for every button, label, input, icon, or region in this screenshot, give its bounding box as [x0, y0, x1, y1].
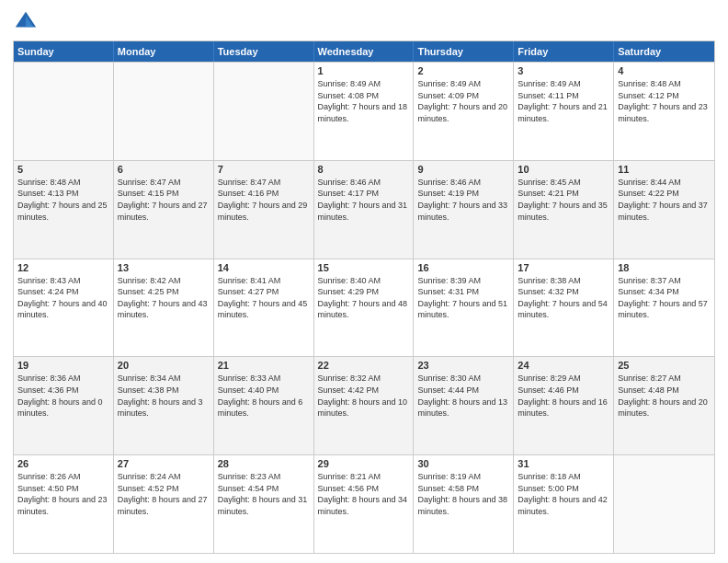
cal-day-6: 6Sunrise: 8:47 AM Sunset: 4:15 PM Daylig… — [114, 161, 214, 259]
cal-header-sunday: Sunday — [14, 41, 114, 62]
day-info: Sunrise: 8:36 AM Sunset: 4:36 PM Dayligh… — [17, 373, 109, 419]
cal-day-10: 10Sunrise: 8:45 AM Sunset: 4:21 PM Dayli… — [514, 161, 614, 259]
day-number: 28 — [218, 458, 310, 469]
cal-week-5: 26Sunrise: 8:26 AM Sunset: 4:50 PM Dayli… — [14, 454, 714, 553]
logo — [13, 9, 42, 35]
day-number: 19 — [17, 360, 109, 371]
cal-day-28: 28Sunrise: 8:23 AM Sunset: 4:54 PM Dayli… — [214, 455, 314, 553]
day-info: Sunrise: 8:41 AM Sunset: 4:27 PM Dayligh… — [218, 275, 310, 321]
day-number: 4 — [618, 65, 711, 76]
day-info: Sunrise: 8:32 AM Sunset: 4:42 PM Dayligh… — [318, 373, 410, 419]
day-info: Sunrise: 8:18 AM Sunset: 5:00 PM Dayligh… — [518, 471, 609, 517]
day-info: Sunrise: 8:30 AM Sunset: 4:44 PM Dayligh… — [417, 373, 509, 419]
calendar: SundayMondayTuesdayWednesdayThursdayFrid… — [13, 40, 715, 554]
day-number: 2 — [417, 65, 509, 76]
day-number: 23 — [417, 360, 509, 371]
day-number: 30 — [417, 458, 509, 469]
cal-day-7: 7Sunrise: 8:47 AM Sunset: 4:16 PM Daylig… — [214, 161, 314, 259]
day-info: Sunrise: 8:19 AM Sunset: 4:58 PM Dayligh… — [417, 471, 509, 517]
day-number: 20 — [118, 360, 210, 371]
day-number: 31 — [518, 458, 609, 469]
cal-day-27: 27Sunrise: 8:24 AM Sunset: 4:52 PM Dayli… — [114, 455, 214, 553]
day-info: Sunrise: 8:39 AM Sunset: 4:31 PM Dayligh… — [417, 275, 509, 321]
cal-day-12: 12Sunrise: 8:43 AM Sunset: 4:24 PM Dayli… — [14, 259, 114, 357]
day-number: 21 — [218, 360, 310, 371]
cal-day-20: 20Sunrise: 8:34 AM Sunset: 4:38 PM Dayli… — [114, 357, 214, 454]
day-number: 12 — [17, 262, 109, 273]
cal-day-8: 8Sunrise: 8:46 AM Sunset: 4:17 PM Daylig… — [314, 161, 415, 259]
cal-day-17: 17Sunrise: 8:38 AM Sunset: 4:32 PM Dayli… — [514, 259, 614, 357]
cal-day-empty — [114, 63, 214, 160]
day-number: 11 — [618, 164, 711, 175]
day-info: Sunrise: 8:33 AM Sunset: 4:40 PM Dayligh… — [218, 373, 310, 419]
day-number: 1 — [318, 65, 410, 76]
cal-day-empty — [14, 63, 114, 160]
day-info: Sunrise: 8:47 AM Sunset: 4:15 PM Dayligh… — [118, 177, 210, 223]
cal-day-1: 1Sunrise: 8:49 AM Sunset: 4:08 PM Daylig… — [314, 63, 415, 160]
cal-week-1: 1Sunrise: 8:49 AM Sunset: 4:08 PM Daylig… — [14, 62, 714, 160]
logo-icon — [13, 9, 39, 35]
day-info: Sunrise: 8:45 AM Sunset: 4:21 PM Dayligh… — [518, 177, 609, 223]
day-number: 29 — [318, 458, 410, 469]
cal-day-21: 21Sunrise: 8:33 AM Sunset: 4:40 PM Dayli… — [214, 357, 314, 454]
day-number: 24 — [518, 360, 609, 371]
cal-header-tuesday: Tuesday — [214, 41, 314, 62]
day-number: 15 — [318, 262, 410, 273]
day-info: Sunrise: 8:42 AM Sunset: 4:25 PM Dayligh… — [118, 275, 210, 321]
day-info: Sunrise: 8:27 AM Sunset: 4:48 PM Dayligh… — [618, 373, 711, 419]
day-number: 27 — [118, 458, 210, 469]
day-number: 13 — [118, 262, 210, 273]
cal-day-19: 19Sunrise: 8:36 AM Sunset: 4:36 PM Dayli… — [14, 357, 114, 454]
day-info: Sunrise: 8:24 AM Sunset: 4:52 PM Dayligh… — [118, 471, 210, 517]
day-info: Sunrise: 8:38 AM Sunset: 4:32 PM Dayligh… — [518, 275, 609, 321]
cal-day-11: 11Sunrise: 8:44 AM Sunset: 4:22 PM Dayli… — [614, 161, 714, 259]
day-info: Sunrise: 8:44 AM Sunset: 4:22 PM Dayligh… — [618, 177, 711, 223]
day-info: Sunrise: 8:49 AM Sunset: 4:09 PM Dayligh… — [417, 78, 509, 124]
cal-day-15: 15Sunrise: 8:40 AM Sunset: 4:29 PM Dayli… — [314, 259, 415, 357]
cal-day-14: 14Sunrise: 8:41 AM Sunset: 4:27 PM Dayli… — [214, 259, 314, 357]
day-number: 7 — [218, 164, 310, 175]
day-info: Sunrise: 8:29 AM Sunset: 4:46 PM Dayligh… — [518, 373, 609, 419]
cal-day-16: 16Sunrise: 8:39 AM Sunset: 4:31 PM Dayli… — [414, 259, 514, 357]
cal-header-wednesday: Wednesday — [314, 41, 415, 62]
day-info: Sunrise: 8:48 AM Sunset: 4:13 PM Dayligh… — [17, 177, 109, 223]
day-number: 22 — [318, 360, 410, 371]
day-info: Sunrise: 8:43 AM Sunset: 4:24 PM Dayligh… — [17, 275, 109, 321]
cal-week-3: 12Sunrise: 8:43 AM Sunset: 4:24 PM Dayli… — [14, 259, 714, 357]
day-info: Sunrise: 8:49 AM Sunset: 4:08 PM Dayligh… — [318, 78, 410, 124]
day-number: 18 — [618, 262, 711, 273]
cal-day-empty — [214, 63, 314, 160]
cal-day-30: 30Sunrise: 8:19 AM Sunset: 4:58 PM Dayli… — [414, 455, 514, 553]
cal-day-29: 29Sunrise: 8:21 AM Sunset: 4:56 PM Dayli… — [314, 455, 415, 553]
day-number: 26 — [17, 458, 109, 469]
calendar-body: 1Sunrise: 8:49 AM Sunset: 4:08 PM Daylig… — [14, 62, 714, 553]
day-info: Sunrise: 8:49 AM Sunset: 4:11 PM Dayligh… — [518, 78, 609, 124]
day-number: 9 — [417, 164, 509, 175]
day-info: Sunrise: 8:48 AM Sunset: 4:12 PM Dayligh… — [618, 78, 711, 124]
cal-day-23: 23Sunrise: 8:30 AM Sunset: 4:44 PM Dayli… — [414, 357, 514, 454]
cal-day-4: 4Sunrise: 8:48 AM Sunset: 4:12 PM Daylig… — [614, 63, 714, 160]
day-number: 10 — [518, 164, 609, 175]
day-number: 14 — [218, 262, 310, 273]
day-info: Sunrise: 8:34 AM Sunset: 4:38 PM Dayligh… — [118, 373, 210, 419]
cal-day-24: 24Sunrise: 8:29 AM Sunset: 4:46 PM Dayli… — [514, 357, 614, 454]
calendar-header: SundayMondayTuesdayWednesdayThursdayFrid… — [14, 41, 714, 62]
cal-day-13: 13Sunrise: 8:42 AM Sunset: 4:25 PM Dayli… — [114, 259, 214, 357]
cal-day-empty — [614, 455, 714, 553]
day-info: Sunrise: 8:40 AM Sunset: 4:29 PM Dayligh… — [318, 275, 410, 321]
cal-day-22: 22Sunrise: 8:32 AM Sunset: 4:42 PM Dayli… — [314, 357, 415, 454]
day-number: 8 — [318, 164, 410, 175]
day-info: Sunrise: 8:37 AM Sunset: 4:34 PM Dayligh… — [618, 275, 711, 321]
cal-header-friday: Friday — [514, 41, 614, 62]
day-number: 25 — [618, 360, 711, 371]
cal-day-3: 3Sunrise: 8:49 AM Sunset: 4:11 PM Daylig… — [514, 63, 614, 160]
cal-day-5: 5Sunrise: 8:48 AM Sunset: 4:13 PM Daylig… — [14, 161, 114, 259]
day-info: Sunrise: 8:47 AM Sunset: 4:16 PM Dayligh… — [218, 177, 310, 223]
cal-week-2: 5Sunrise: 8:48 AM Sunset: 4:13 PM Daylig… — [14, 160, 714, 259]
cal-day-25: 25Sunrise: 8:27 AM Sunset: 4:48 PM Dayli… — [614, 357, 714, 454]
cal-day-18: 18Sunrise: 8:37 AM Sunset: 4:34 PM Dayli… — [614, 259, 714, 357]
day-number: 16 — [417, 262, 509, 273]
cal-week-4: 19Sunrise: 8:36 AM Sunset: 4:36 PM Dayli… — [14, 356, 714, 454]
day-info: Sunrise: 8:46 AM Sunset: 4:19 PM Dayligh… — [417, 177, 509, 223]
day-number: 3 — [518, 65, 609, 76]
